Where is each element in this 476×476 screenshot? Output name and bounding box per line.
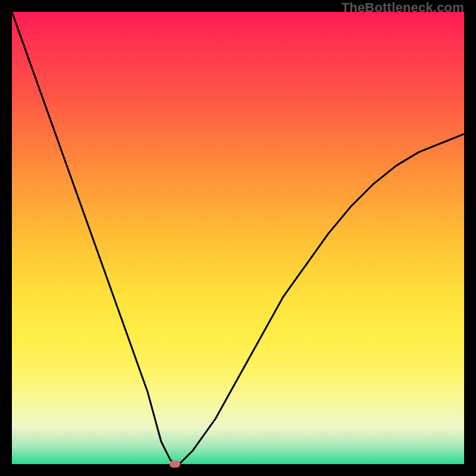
curve-layer xyxy=(12,12,464,464)
optimum-marker xyxy=(170,461,180,468)
bottleneck-curve xyxy=(12,12,464,464)
plot-area xyxy=(12,12,464,464)
chart-frame: TheBottleneck.com xyxy=(0,0,476,476)
watermark: TheBottleneck.com xyxy=(342,0,464,15)
